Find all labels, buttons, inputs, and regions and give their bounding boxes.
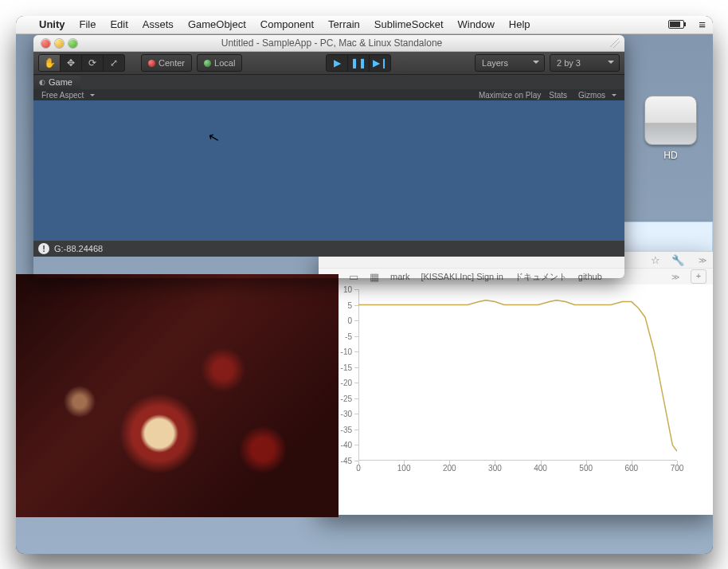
x-tick-label: 0 (356, 461, 361, 473)
desktop-volume[interactable]: HD (644, 96, 697, 161)
menu-terrain[interactable]: Terrain (321, 16, 367, 33)
y-tick-label: -35 (341, 425, 358, 434)
volume-label: HD (644, 150, 697, 161)
stats-toggle[interactable]: Stats (549, 91, 567, 100)
new-tab-button[interactable]: + (691, 269, 706, 284)
chart: 1050-5-10-15-20-25-30-35-40-450100200300… (319, 284, 713, 492)
menu-help[interactable]: Help (502, 16, 538, 33)
x-tick-label: 600 (625, 461, 639, 473)
menu-window[interactable]: Window (451, 16, 502, 33)
center-icon (148, 60, 155, 67)
resize-icon[interactable] (610, 38, 620, 48)
coord-mode-button[interactable]: Local (197, 54, 242, 72)
tab-game[interactable]: ◐ Game (34, 76, 80, 89)
local-icon (204, 60, 211, 67)
game-view (33, 100, 624, 241)
hand-tool-button[interactable]: ✋ (39, 55, 61, 71)
menu-assets[interactable]: Assets (135, 16, 181, 33)
zoom-icon[interactable] (68, 39, 77, 48)
y-tick-label: -10 (341, 347, 358, 356)
menu-gameobject[interactable]: GameObject (181, 16, 253, 33)
minimize-icon[interactable] (55, 39, 64, 48)
unity-toolbar: ✋ ✥ ⟳ ⤢ Center Local ▶ ❚❚ ▶❙ Layers (33, 52, 624, 75)
x-tick-label: 200 (443, 461, 456, 473)
status-bar: ! G:-88.24468 (33, 241, 624, 257)
window-title: Untitled - SampleApp - PC, Mac & Linux S… (85, 37, 578, 49)
window-titlebar[interactable]: Untitled - SampleApp - PC, Mac & Linux S… (33, 35, 624, 52)
notifications-icon[interactable]: ≡ (691, 16, 713, 33)
system-menu-bar: Unity File Edit Assets GameObject Compon… (16, 16, 713, 34)
menu-sublimesocket[interactable]: SublimeSocket (367, 16, 451, 33)
x-tick-label: 100 (397, 461, 411, 473)
x-tick-label: 700 (671, 461, 684, 473)
step-button[interactable]: ▶❙ (370, 55, 390, 71)
close-icon[interactable] (41, 39, 50, 48)
hard-drive-icon (644, 96, 697, 145)
chart-line (358, 289, 677, 461)
gizmos-dropdown[interactable]: Gizmos (575, 91, 620, 100)
screen: HD ☆ 🔧 ≫ 👓 ▭ ▦ mark [KISSAKI.Inc] Sign i… (16, 16, 713, 554)
y-tick-label: -15 (341, 363, 358, 371)
y-tick-label: -25 (341, 394, 358, 402)
playback-group: ▶ ❚❚ ▶❙ (326, 54, 391, 72)
scale-tool-button[interactable]: ⤢ (104, 55, 124, 71)
desktop-wallpaper (16, 274, 339, 517)
bookmark-star-icon[interactable]: ☆ (651, 254, 660, 266)
browser-window[interactable]: ☆ 🔧 ≫ 👓 ▭ ▦ mark [KISSAKI.Inc] Sign in ド… (319, 251, 713, 515)
menu-component[interactable]: Component (253, 16, 321, 33)
game-view-controls: Free Aspect Maximize on Play Stats Gizmo… (33, 89, 624, 100)
x-tick-label: 300 (488, 461, 502, 473)
unity-window[interactable]: Untitled - SampleApp - PC, Mac & Linux S… (33, 35, 624, 278)
menu-edit[interactable]: Edit (103, 16, 135, 33)
panel-tab-bar: ◐ Game (33, 75, 624, 89)
x-tick-label: 500 (579, 461, 593, 473)
chevron-right-icon[interactable]: ≫ (671, 273, 679, 281)
transform-tool-group: ✋ ✥ ⟳ ⤢ (38, 54, 125, 72)
aspect-dropdown[interactable]: Free Aspect (38, 91, 98, 100)
y-tick-label: -5 (345, 332, 358, 340)
chevron-right-icon[interactable]: ≫ (699, 256, 706, 265)
menu-file[interactable]: File (72, 16, 104, 33)
y-tick-label: 0 (347, 316, 358, 325)
layout-dropdown[interactable]: 2 by 3 (550, 54, 620, 72)
y-tick-label: -30 (341, 410, 358, 418)
maximize-on-play-toggle[interactable]: Maximize on Play (479, 91, 541, 100)
play-button[interactable]: ▶ (327, 55, 348, 71)
rotate-tool-button[interactable]: ⟳ (82, 55, 104, 71)
move-tool-button[interactable]: ✥ (61, 55, 82, 71)
x-tick-label: 400 (534, 461, 547, 473)
menu-app[interactable]: Unity (32, 16, 72, 33)
settings-wrench-icon[interactable]: 🔧 (671, 254, 684, 266)
status-message[interactable]: G:-88.24468 (54, 244, 103, 253)
info-icon: ! (38, 243, 49, 254)
y-tick-label: 10 (343, 285, 358, 294)
y-tick-label: 5 (347, 300, 358, 309)
pacman-icon: ◐ (39, 76, 45, 89)
battery-status-icon[interactable] (661, 16, 691, 33)
pivot-mode-button[interactable]: Center (141, 54, 192, 72)
pause-button[interactable]: ❚❚ (348, 55, 370, 71)
y-tick-label: -20 (341, 379, 358, 387)
layers-dropdown[interactable]: Layers (475, 54, 545, 72)
y-tick-label: -40 (341, 441, 358, 449)
